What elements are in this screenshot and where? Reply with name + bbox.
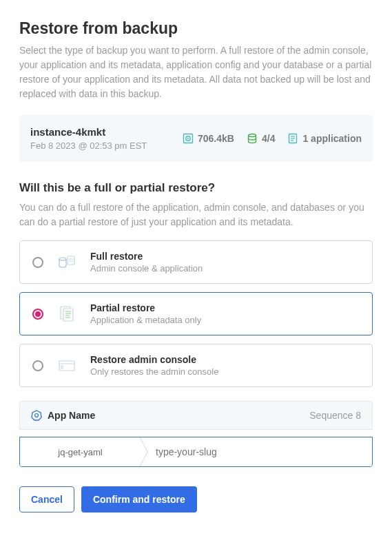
- page-description: Select the type of backup you want to pe…: [19, 43, 373, 101]
- svg-rect-9: [68, 256, 74, 265]
- slug-input[interactable]: [141, 437, 372, 466]
- database-icon: [247, 133, 258, 144]
- svg-rect-20: [61, 365, 63, 369]
- option-partial-restore[interactable]: Partial restore Application & metadata o…: [19, 292, 373, 335]
- partial-restore-icon: [56, 303, 78, 325]
- radio-partial[interactable]: [32, 309, 43, 320]
- option-admin-title: Restore admin console: [90, 354, 360, 365]
- backup-info-card: instance-4kmkt Feb 8 2023 @ 02:53 pm EST…: [19, 115, 373, 162]
- option-partial-subtitle: Application & metadata only: [90, 315, 360, 325]
- restore-type-title: Will this be a full or partial restore?: [19, 181, 373, 195]
- radio-admin[interactable]: [32, 360, 43, 371]
- radio-full[interactable]: [32, 257, 43, 268]
- backup-apps-stat: 1 application: [287, 133, 362, 144]
- svg-point-8: [59, 258, 66, 260]
- admin-console-icon: [56, 355, 78, 377]
- option-admin-subtitle: Only restores the admin console: [90, 366, 360, 377]
- sequence-label: Sequence 8: [309, 410, 361, 421]
- backup-size-stat: 706.4kB: [183, 133, 234, 144]
- option-partial-title: Partial restore: [90, 302, 360, 313]
- svg-point-2: [187, 138, 189, 139]
- svg-marker-21: [32, 411, 41, 420]
- backup-timestamp: Feb 8 2023 @ 02:53 pm EST: [30, 141, 169, 151]
- svg-rect-13: [63, 309, 73, 321]
- option-full-title: Full restore: [90, 251, 360, 262]
- size-icon: [183, 133, 194, 144]
- option-admin-console[interactable]: Restore admin console Only restores the …: [19, 344, 373, 387]
- page-title: Restore from backup: [19, 19, 373, 38]
- app-header-row: App Name Sequence 8: [19, 401, 373, 430]
- slug-input-row: jq-get-yaml: [19, 437, 373, 467]
- confirm-restore-button[interactable]: Confirm and restore: [81, 486, 197, 512]
- backup-instance-name: instance-4kmkt: [30, 126, 169, 138]
- svg-point-3: [248, 134, 256, 137]
- option-full-restore[interactable]: Full restore Admin console & application: [19, 240, 373, 284]
- cancel-button[interactable]: Cancel: [19, 486, 74, 512]
- kubernetes-icon: [31, 410, 42, 421]
- svg-point-22: [35, 414, 39, 417]
- option-full-subtitle: Admin console & application: [90, 263, 360, 273]
- application-icon: [287, 133, 298, 144]
- app-name-label: App Name: [48, 410, 95, 421]
- backup-volumes-stat: 4/4: [247, 133, 275, 144]
- restore-type-description: You can do a full restore of the applica…: [19, 200, 373, 229]
- slug-prefix-label: jq-get-yaml: [20, 437, 141, 466]
- full-restore-icon: [56, 251, 78, 273]
